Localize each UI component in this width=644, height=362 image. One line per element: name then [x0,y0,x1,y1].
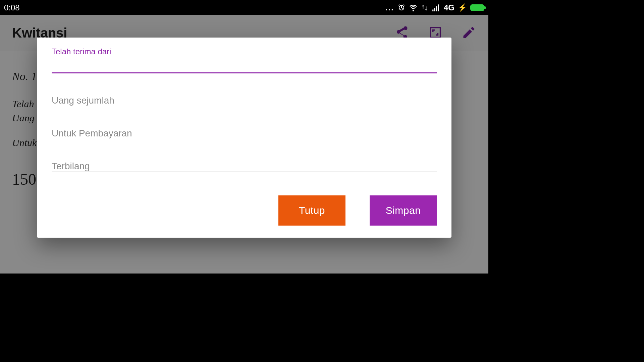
field-from-label: Telah terima dari [52,47,437,56]
network-label: 4G [444,3,454,12]
battery-icon [470,4,484,11]
field-from: Telah terima dari [52,47,437,73]
status-bar: 0:08 ... 4G ⚡ [0,0,488,15]
input-amount[interactable] [52,94,437,106]
input-from[interactable] [52,58,437,73]
field-amount [52,94,437,106]
signal-icon [432,3,440,12]
data-icon [421,4,428,11]
app-content: Kwitansi No. 157 Telah te Uang S Untuk 1… [0,15,488,274]
input-for[interactable] [52,127,437,139]
edit-dialog: Telah terima dari Tutup Simpan [37,38,451,238]
dialog-actions: Tutup Simpan [52,195,437,226]
input-words[interactable] [52,160,437,172]
status-time: 0:08 [4,3,20,12]
save-button[interactable]: Simpan [370,195,437,226]
more-icon: ... [385,3,394,12]
charging-icon: ⚡ [458,3,467,12]
alarm-icon [397,4,406,12]
field-for [52,127,437,139]
close-button[interactable]: Tutup [278,195,345,226]
field-words [52,160,437,172]
status-icons: ... 4G ⚡ [385,3,484,12]
modal-scrim[interactable]: Telah terima dari Tutup Simpan [0,15,488,274]
wifi-icon [409,3,418,12]
